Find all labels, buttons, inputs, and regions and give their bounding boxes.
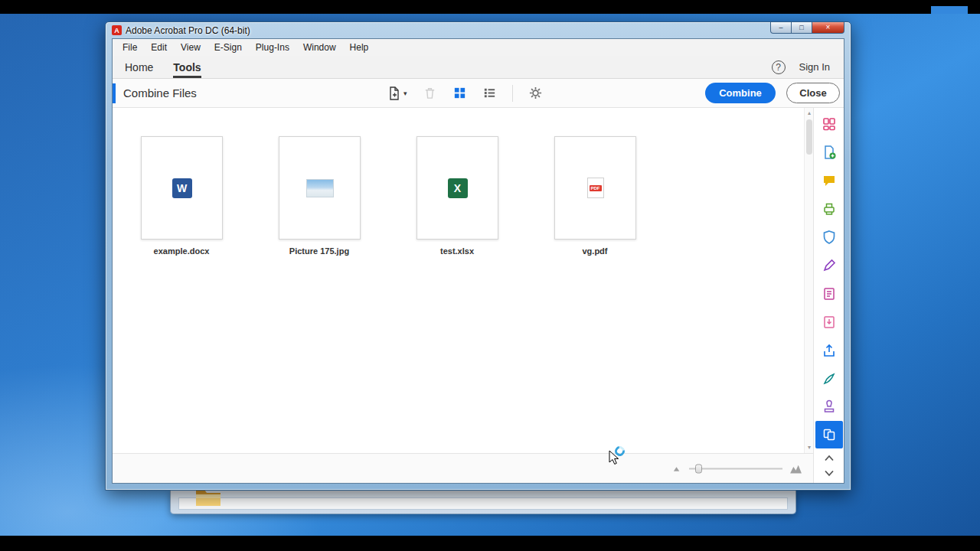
menu-bar: File Edit View E-Sign Plug-Ins Window He… <box>113 39 844 56</box>
acrobat-window: A Adobe Acrobat Pro DC (64-bit) – □ × Fi… <box>105 21 851 491</box>
sign-in-link[interactable]: Sign In <box>799 61 830 73</box>
image-thumbnail <box>306 179 334 197</box>
menu-view[interactable]: View <box>174 39 207 56</box>
file-grid: W X PDF example.docx <box>113 108 813 453</box>
vertical-scrollbar[interactable]: ▴ ▾ <box>804 108 813 453</box>
zoom-slider-track <box>689 468 782 469</box>
tools-rail <box>813 108 844 483</box>
rail-scroll-down-icon[interactable] <box>822 466 837 480</box>
file-card-docx[interactable]: W <box>141 136 223 240</box>
export-pdf-icon[interactable] <box>816 308 842 336</box>
letterbox-top <box>0 0 980 14</box>
tabbar-right: ? Sign In <box>772 60 844 74</box>
file-name: Picture 175.jpg <box>266 246 373 256</box>
acrobat-app-icon: A <box>112 25 122 35</box>
file-card-pdf[interactable]: PDF <box>554 136 636 240</box>
add-files-caret-icon: ▾ <box>403 90 407 97</box>
thumbnail-zoom-control <box>672 463 802 474</box>
pdf-file-icon: PDF <box>587 178 604 198</box>
toolbar-separator <box>512 85 513 102</box>
menu-edit[interactable]: Edit <box>144 39 174 56</box>
minimize-button[interactable]: – <box>770 22 792 34</box>
screen-artifact <box>931 6 968 14</box>
scrollbar-up-icon[interactable]: ▴ <box>805 109 814 117</box>
status-strip <box>113 453 813 483</box>
toolbar-actions: Combine Close <box>705 83 840 103</box>
window-title: Adobe Acrobat Pro DC (64-bit) <box>126 25 250 36</box>
scrollbar-down-icon[interactable]: ▾ <box>805 444 814 452</box>
rail-scroll-up-icon[interactable] <box>822 451 837 465</box>
window-controls: – □ × <box>770 22 844 34</box>
window-client-area: File Edit View E-Sign Plug-Ins Window He… <box>112 38 844 484</box>
stamp-icon[interactable] <box>816 393 842 421</box>
letterbox-bottom <box>0 536 980 551</box>
pdf-badge: PDF <box>590 185 602 191</box>
file-name: vg.pdf <box>541 246 648 256</box>
menu-esign[interactable]: E-Sign <box>207 39 249 56</box>
protect-icon[interactable] <box>816 223 842 251</box>
help-icon[interactable]: ? <box>772 60 786 74</box>
file-card-jpg[interactable] <box>279 136 361 240</box>
organize-pages-icon[interactable] <box>816 109 842 138</box>
file-name: example.docx <box>128 246 235 256</box>
tool-title: Combine Files <box>123 86 197 99</box>
delete-button[interactable] <box>423 86 437 100</box>
menu-file[interactable]: File <box>116 39 144 56</box>
edit-pdf-icon[interactable] <box>816 279 842 308</box>
menu-help[interactable]: Help <box>343 39 376 56</box>
combine-toolbar: Combine Files ▾ <box>113 79 844 108</box>
excel-file-icon: X <box>448 178 468 198</box>
grid-view-button[interactable] <box>452 86 467 100</box>
scrollbar-thumb[interactable] <box>806 119 812 155</box>
zoom-out-icon[interactable] <box>672 464 682 474</box>
combine-button[interactable]: Combine <box>705 83 776 103</box>
zoom-slider-thumb[interactable] <box>695 464 702 473</box>
screen: A Adobe Acrobat Pro DC (64-bit) – □ × Fi… <box>0 0 980 551</box>
tab-bar: Home Tools ? Sign In <box>113 56 844 79</box>
tab-tools[interactable]: Tools <box>173 56 201 78</box>
accent-bar <box>113 83 116 103</box>
create-pdf-icon[interactable] <box>816 138 842 166</box>
content-column: W X PDF example.docx <box>113 108 813 483</box>
zoom-in-icon[interactable] <box>789 463 802 474</box>
settings-gear-button[interactable] <box>528 86 543 100</box>
tab-home[interactable]: Home <box>125 56 153 78</box>
combine-files-icon[interactable] <box>815 421 843 448</box>
request-signatures-icon[interactable] <box>816 364 842 393</box>
background-window-content <box>178 497 788 510</box>
main-area: W X PDF example.docx <box>113 108 844 483</box>
busy-cursor <box>609 446 629 465</box>
menu-plugins[interactable]: Plug-Ins <box>249 39 296 56</box>
zoom-slider[interactable] <box>689 463 782 474</box>
list-view-button[interactable] <box>482 86 497 100</box>
file-card-xlsx[interactable]: X <box>416 136 498 240</box>
word-file-icon: W <box>172 178 192 198</box>
background-window[interactable] <box>170 491 796 514</box>
share-icon[interactable] <box>816 336 842 364</box>
scan-ocr-icon[interactable] <box>816 194 842 223</box>
file-name: test.xlsx <box>403 246 511 256</box>
toolbar-icons: ▾ <box>387 85 543 102</box>
fill-sign-icon[interactable] <box>816 251 842 279</box>
add-files-button[interactable]: ▾ <box>387 86 407 101</box>
rail-scroll-controls <box>822 451 837 483</box>
close-tool-button[interactable]: Close <box>786 83 840 103</box>
close-window-button[interactable]: × <box>812 22 844 34</box>
maximize-button[interactable]: □ <box>792 22 812 34</box>
titlebar[interactable]: A Adobe Acrobat Pro DC (64-bit) – □ × <box>106 22 851 38</box>
menu-window[interactable]: Window <box>296 39 343 56</box>
comment-icon[interactable] <box>816 166 842 194</box>
